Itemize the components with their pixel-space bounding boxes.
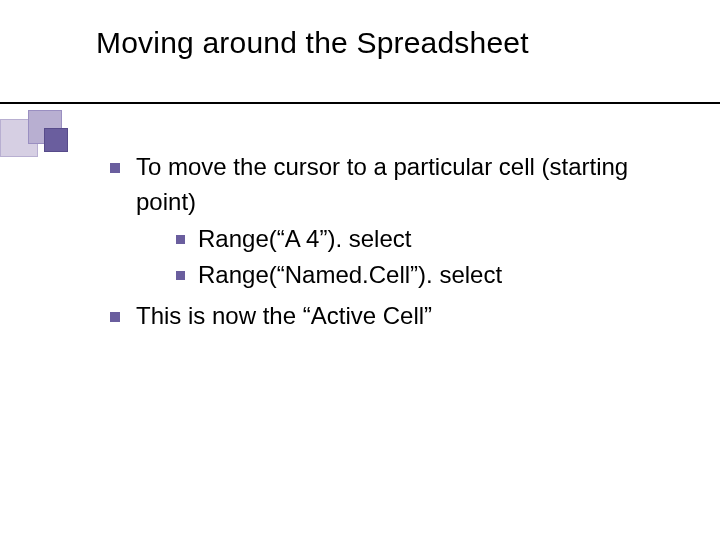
square-icon <box>44 128 68 152</box>
slide-body: To move the cursor to a particular cell … <box>104 150 684 338</box>
slide-title: Moving around the Spreadsheet <box>96 26 529 60</box>
list-item: Range(“A 4”). select <box>172 222 684 257</box>
bullet-text: This is now the “Active Cell” <box>136 302 432 329</box>
bullet-sublist: Range(“A 4”). select Range(“Named.Cell”)… <box>136 222 684 294</box>
bullet-text: To move the cursor to a particular cell … <box>136 153 628 215</box>
bullet-list: To move the cursor to a particular cell … <box>104 150 684 334</box>
bullet-text: Range(“Named.Cell”). select <box>198 261 502 288</box>
title-underline <box>0 102 720 104</box>
list-item: Range(“Named.Cell”). select <box>172 258 684 293</box>
slide: Moving around the Spreadsheet To move th… <box>0 0 720 540</box>
list-item: To move the cursor to a particular cell … <box>104 150 684 293</box>
bullet-text: Range(“A 4”). select <box>198 225 411 252</box>
decorative-squares <box>0 110 72 166</box>
list-item: This is now the “Active Cell” <box>104 299 684 334</box>
